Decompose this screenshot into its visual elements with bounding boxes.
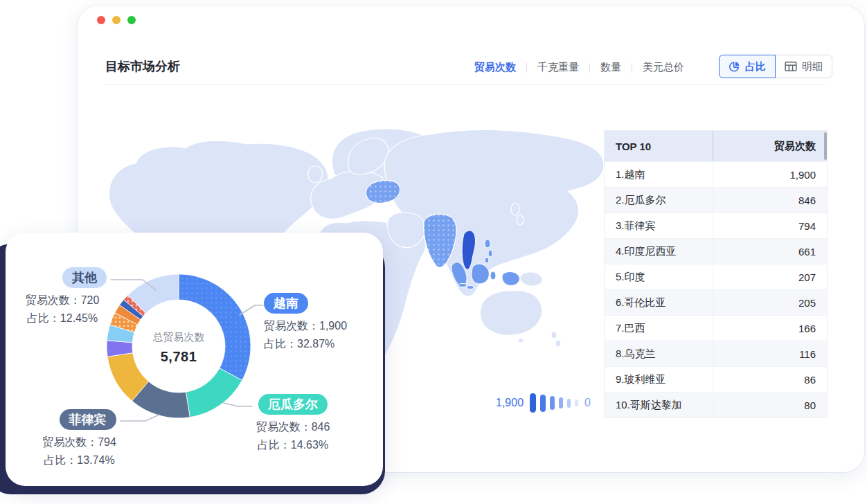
window-controls	[97, 16, 136, 24]
table-icon	[785, 61, 797, 72]
callout-badge-qita: 其他	[62, 267, 107, 288]
tab-usd-total[interactable]: 美元总价	[643, 61, 684, 74]
legend-min-label: 0	[584, 397, 591, 409]
donut-total-value: 5,781	[120, 349, 237, 365]
country-cell: 4.印度尼西亚	[605, 245, 713, 258]
view-button-label: 占比	[745, 60, 766, 73]
map-region-new-zealand	[551, 332, 557, 339]
map-region-uk	[308, 166, 323, 183]
proportion-chart-card: 总贸易次数 5,781 其他贸易次数：720占比：12.45%越南贸易次数：1,…	[6, 233, 383, 486]
callout-stats: 贸易次数：846占比：14.63%	[247, 418, 339, 454]
value-cell: 205	[713, 290, 827, 315]
country-cell: 3.菲律宾	[605, 219, 713, 233]
map-country-sulawesi[interactable]	[490, 271, 496, 280]
map-color-legend: 1,900 0	[496, 393, 591, 413]
value-cell: 661	[713, 239, 827, 264]
callout-pct-line: 占比：14.63%	[247, 436, 339, 454]
table-scrollbar-thumb[interactable]	[824, 132, 827, 160]
country-cell: 7.巴西	[605, 322, 713, 335]
callout-badge-feilvbin: 菲律宾	[60, 409, 116, 430]
map-country-java[interactable]	[458, 284, 467, 287]
country-cell: 2.厄瓜多尔	[605, 194, 713, 207]
map-region-australia	[480, 291, 542, 336]
callout-pct-line: 占比：32.87%	[264, 335, 347, 353]
callout-qita: 其他贸易次数：720占比：12.45%	[10, 267, 115, 327]
callout-badge-yuenan: 越南	[264, 293, 308, 314]
maximize-window-dot[interactable]	[127, 16, 136, 24]
map-region-japan	[511, 203, 519, 215]
value-cell: 1,900	[713, 162, 827, 187]
country-cell: 10.哥斯达黎加	[605, 399, 713, 412]
table-header-top10: TOP 10	[605, 141, 713, 152]
callout-pct-line: 占比：12.45%	[10, 309, 115, 327]
callout-yuenan: 越南贸易次数：1,900占比：32.87%	[264, 293, 347, 353]
table-row: 7.巴西166	[605, 315, 827, 341]
table-header-row: TOP 10 贸易次数	[605, 131, 827, 161]
country-cell: 8.乌克兰	[605, 348, 713, 361]
map-country-java-2[interactable]	[467, 286, 474, 289]
callout-stats: 贸易次数：794占比：13.74%	[20, 433, 138, 469]
callout-badge-ekuaduoer: 厄瓜多尔	[258, 394, 328, 415]
value-cell: 116	[713, 341, 827, 366]
country-cell: 1.越南	[605, 168, 713, 181]
callout-value-line: 贸易次数：794	[20, 433, 138, 451]
table-row: 2.厄瓜多尔846	[605, 187, 827, 213]
map-region-japan-south	[517, 215, 524, 225]
table-row: 10.哥斯达黎加80	[605, 392, 827, 417]
callout-stats: 贸易次数：1,900占比：32.87%	[264, 317, 347, 353]
table-header-trade-count: 贸易次数	[713, 131, 827, 161]
value-cell: 794	[713, 213, 827, 238]
table-row: 6.哥伦比亚205	[605, 289, 827, 315]
top10-table: TOP 10 贸易次数 1.越南1,9002.厄瓜多尔8463.菲律宾7944.…	[604, 130, 828, 418]
close-window-dot[interactable]	[97, 16, 105, 24]
pie-icon	[729, 61, 740, 73]
map-country-west-papua[interactable]	[502, 272, 519, 286]
callout-value-line: 贸易次数：846	[247, 418, 339, 436]
value-cell: 846	[713, 188, 827, 213]
map-country-philippines-3[interactable]	[485, 258, 489, 263]
value-cell: 207	[713, 264, 827, 289]
legend-bar-3	[559, 397, 563, 408]
donut-total-title: 总贸易次数	[120, 331, 237, 344]
tab-trade-count[interactable]: 贸易次数	[474, 61, 516, 74]
map-country-philippines[interactable]	[485, 240, 490, 248]
table-row: 3.菲律宾794	[605, 213, 827, 238]
screenshot-root: 目标市场分析 贸易次数千克重量数量美元总价 占比明细 TOP 10 贸易次数 1…	[0, 0, 867, 504]
legend-bar-0	[530, 393, 536, 413]
header-divider	[105, 84, 826, 85]
callout-pct-line: 占比：13.74%	[20, 451, 138, 469]
country-cell: 6.哥伦比亚	[605, 296, 713, 309]
metric-tabs: 贸易次数千克重量数量美元总价	[474, 61, 684, 74]
legend-bar-2	[550, 396, 555, 410]
value-cell: 166	[713, 316, 827, 341]
tab-separator	[526, 63, 527, 73]
page-title: 目标市场分析	[105, 58, 180, 75]
map-region-new-guinea	[520, 272, 542, 286]
callout-value-line: 贸易次数：720	[10, 291, 115, 309]
table-row: 8.乌克兰116	[605, 341, 827, 366]
country-cell: 9.玻利维亚	[605, 373, 713, 386]
view-button-proportion[interactable]: 占比	[719, 55, 776, 78]
donut-slice-2[interactable]	[186, 368, 242, 417]
legend-bar-4	[567, 399, 571, 408]
table-body: 1.越南1,9002.厄瓜多尔8463.菲律宾7944.印度尼西亚6615.印度…	[605, 161, 827, 417]
map-country-philippines-2[interactable]	[488, 250, 492, 257]
tab-quantity[interactable]: 数量	[600, 61, 621, 74]
country-cell: 5.印度	[605, 271, 713, 284]
tab-separator	[589, 63, 590, 73]
callout-value-line: 贸易次数：1,900	[264, 317, 347, 335]
minimize-window-dot[interactable]	[112, 16, 120, 24]
legend-max-label: 1,900	[496, 397, 524, 409]
map-region-new-zealand-south	[555, 340, 561, 347]
value-cell: 80	[713, 393, 827, 417]
callout-stats: 贸易次数：720占比：12.45%	[10, 291, 115, 327]
tab-kg-weight[interactable]: 千克重量	[537, 61, 579, 74]
view-button-detail[interactable]: 明细	[775, 55, 832, 78]
map-region-tasmania	[518, 339, 524, 343]
table-row: 5.印度207	[605, 264, 827, 289]
value-cell: 86	[713, 367, 827, 392]
map-country-borneo[interactable]	[472, 264, 490, 284]
legend-bars	[530, 393, 578, 413]
legend-bar-1	[540, 395, 546, 412]
view-toggle-group: 占比明细	[719, 55, 832, 78]
